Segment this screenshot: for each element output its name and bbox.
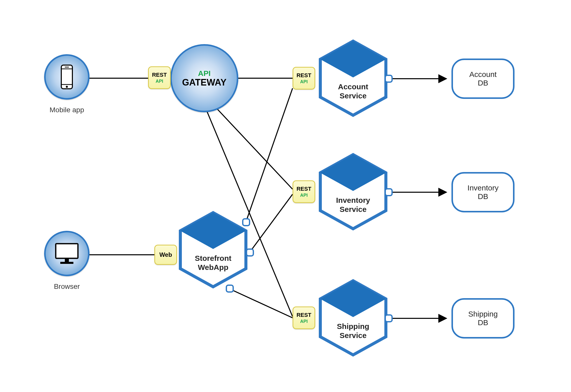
mobile-app-node [44,54,90,100]
browser-node [44,231,90,276]
shipping-line2: Service [340,331,367,340]
shipping-service-label: Shipping Service [318,322,388,340]
storefront-hex: Storefront WebApp [178,211,248,289]
account-db-line1: Account [469,70,497,79]
svg-rect-18 [60,262,73,264]
api-text: API [300,79,308,85]
inventory-line2: Service [340,205,367,213]
inventory-service-hex: Inventory Service [318,153,388,231]
api-text: API [300,193,308,198]
port [226,285,234,293]
account-db-line2: DB [478,79,488,87]
mobile-app-label: Mobile app [42,106,92,114]
rest-text: REST [297,72,311,79]
svg-rect-16 [56,244,78,258]
api-text: API [300,319,308,324]
api-gateway-node: API GATEWAY [170,44,238,112]
rest-text: REST [297,312,311,318]
account-service-hex: Account Service [318,39,388,117]
storefront-line2: WebApp [198,263,228,271]
port [385,314,393,322]
inventory-db-line1: Inventory [467,184,498,192]
account-service-label: Account Service [318,82,388,100]
rest-text: REST [152,72,167,78]
inventory-db: Inventory DB [451,172,515,212]
browser-label: Browser [42,283,92,291]
svg-line-3 [214,106,293,189]
shipping-line1: Shipping [337,322,369,330]
inventory-db-line2: DB [478,192,488,201]
port [246,248,254,257]
rest-api-badge-shipping: REST API [293,306,315,329]
api-gateway-title-2: GATEWAY [182,77,226,88]
api-gateway-title-1: API [198,69,211,77]
svg-line-7 [230,289,293,318]
account-line2: Service [340,92,367,100]
rest-api-badge-gateway: REST API [148,66,171,89]
phone-icon [59,64,74,90]
shipping-db-line2: DB [478,318,488,327]
web-badge-text: Web [159,251,172,258]
inventory-line1: Inventory [336,196,370,204]
account-line1: Account [338,82,368,91]
port [385,188,393,196]
api-text: API [156,79,163,84]
storefront-line1: Storefront [195,254,232,262]
shipping-db: Shipping DB [451,298,515,339]
storefront-label: Storefront WebApp [178,254,248,272]
architecture-diagram: Mobile app Browser API GATEWAY REST API … [0,0,571,392]
inventory-service-label: Inventory Service [318,196,388,214]
account-db: Account DB [451,59,515,99]
port [242,218,250,226]
svg-line-5 [246,88,293,222]
port [385,75,393,83]
rest-api-badge-inventory: REST API [293,180,315,203]
svg-point-14 [66,86,68,88]
svg-rect-17 [65,259,69,262]
monitor-icon [54,242,79,265]
web-badge: Web [154,245,177,265]
shipping-db-line1: Shipping [468,310,498,318]
svg-line-6 [250,194,293,252]
rest-api-badge-account: REST API [293,67,315,90]
shipping-service-hex: Shipping Service [318,279,388,357]
rest-text: REST [297,186,311,192]
